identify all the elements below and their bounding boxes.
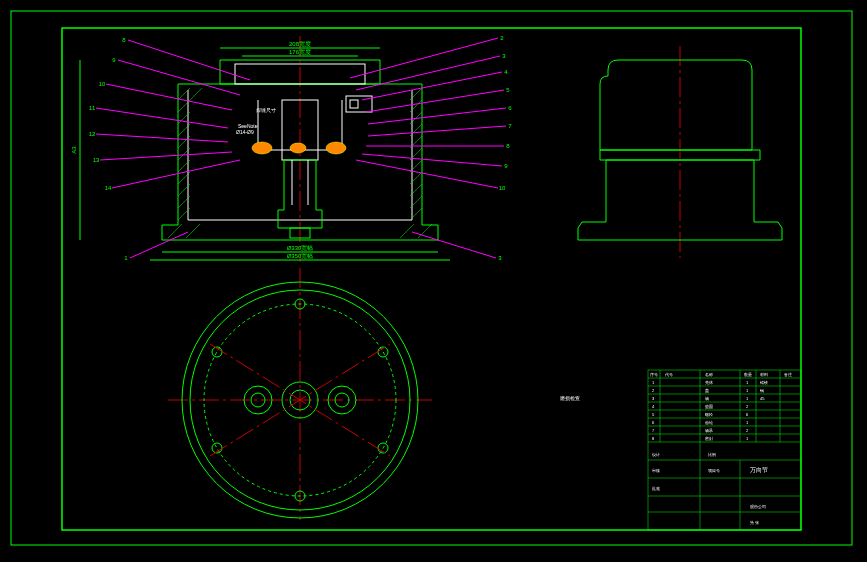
svg-text:13: 13 — [93, 157, 100, 163]
dimension-top: 208宽度 176宽度 — [220, 40, 380, 56]
svg-text:A3: A3 — [71, 146, 77, 154]
svg-text:2: 2 — [500, 35, 504, 41]
svg-text:3: 3 — [498, 255, 502, 261]
svg-text:万向节: 万向节 — [750, 467, 768, 473]
svg-line-46 — [350, 38, 498, 78]
svg-text:1: 1 — [746, 380, 749, 385]
svg-text:股份公司: 股份公司 — [750, 504, 766, 509]
svg-text:名称: 名称 — [705, 372, 713, 377]
svg-text:比例: 比例 — [708, 452, 716, 457]
note-text: Ø14-Ø9 — [236, 129, 254, 135]
viewport-border — [11, 11, 852, 545]
svg-line-54 — [368, 108, 506, 124]
leaders-left: 8 9 10 11 12 13 14 1 — [89, 37, 250, 261]
svg-text:备注: 备注 — [784, 372, 792, 377]
svg-text:铸铁: 铸铁 — [759, 380, 768, 385]
center-note: 磨损检查 — [560, 395, 580, 401]
svg-text:设计: 设计 — [652, 452, 660, 457]
svg-line-42 — [112, 160, 240, 188]
leaders-right: 2 3 4 5 6 7 8 9 10 3 — [350, 35, 512, 261]
svg-text:1: 1 — [124, 255, 128, 261]
svg-line-24 — [400, 224, 414, 238]
svg-line-56 — [368, 126, 506, 136]
svg-text:9: 9 — [504, 163, 508, 169]
svg-text:齿轮: 齿轮 — [705, 420, 713, 425]
svg-text:数量: 数量 — [744, 372, 752, 377]
svg-text:10: 10 — [499, 185, 506, 191]
svg-line-64 — [412, 232, 496, 258]
svg-text:8: 8 — [122, 37, 126, 43]
parts-rows: 序号代号名称数量材料备注 1壳体1铸铁 2盖1钢 3轴145 4垫圈2 5螺栓6… — [650, 372, 792, 441]
svg-text:盖: 盖 — [705, 388, 709, 393]
svg-text:1: 1 — [746, 420, 749, 425]
drawing-frame — [62, 28, 801, 530]
svg-text:7: 7 — [508, 123, 512, 129]
detail-highlight — [290, 143, 306, 153]
svg-text:1: 1 — [652, 380, 655, 385]
svg-text:螺栓: 螺栓 — [705, 412, 713, 417]
svg-text:9: 9 — [112, 57, 116, 63]
svg-text:项目号: 项目号 — [708, 468, 720, 473]
svg-text:2: 2 — [652, 388, 655, 393]
svg-text:轴承: 轴承 — [705, 428, 713, 433]
detail-highlight — [326, 142, 346, 154]
svg-text:第 张: 第 张 — [750, 520, 759, 525]
detail-box-inner — [350, 100, 358, 108]
svg-text:代号: 代号 — [664, 372, 673, 377]
svg-text:材料: 材料 — [759, 372, 768, 377]
section-view: 208宽度 176宽度 Ø330宽幅 Ø350宽幅 焊缝尺寸 SeeNote Ø… — [89, 35, 513, 262]
dim-text: Ø350宽幅 — [287, 252, 314, 259]
cad-viewport[interactable]: 208宽度 176宽度 Ø330宽幅 Ø350宽幅 焊缝尺寸 SeeNote Ø… — [0, 0, 867, 562]
dimension-bottom: Ø330宽幅 Ø350宽幅 — [150, 244, 450, 260]
svg-text:6: 6 — [746, 412, 749, 417]
svg-text:序号: 序号 — [650, 372, 658, 377]
dim-text: 176宽度 — [289, 48, 311, 55]
svg-text:6: 6 — [508, 105, 512, 111]
svg-text:1: 1 — [746, 388, 749, 393]
dimension-height: A3 — [71, 60, 80, 240]
dim-text: 208宽度 — [289, 40, 311, 47]
titleblock-footer: 设计 审核 批准 比例 项目号 万向节 股份公司 第 张 — [652, 452, 768, 525]
svg-text:10: 10 — [99, 81, 106, 87]
parts-list — [648, 370, 801, 530]
svg-line-44 — [130, 232, 188, 258]
svg-line-36 — [96, 108, 228, 128]
svg-text:5: 5 — [652, 412, 655, 417]
svg-text:壳体: 壳体 — [705, 380, 713, 385]
detail-highlight — [252, 142, 272, 154]
svg-text:1: 1 — [746, 396, 749, 401]
svg-text:2: 2 — [746, 428, 749, 433]
note-text: 焊缝尺寸 — [256, 107, 276, 113]
side-view — [578, 46, 782, 258]
svg-text:钢: 钢 — [759, 388, 764, 393]
svg-line-48 — [356, 56, 500, 90]
svg-text:4: 4 — [504, 69, 508, 75]
svg-line-23 — [186, 224, 200, 238]
svg-line-60 — [362, 154, 502, 166]
svg-text:2: 2 — [746, 404, 749, 409]
svg-line-52 — [366, 90, 504, 112]
title-block: 序号代号名称数量材料备注 1壳体1铸铁 2盖1钢 3轴145 4垫圈2 5螺栓6… — [648, 370, 801, 530]
svg-line-40 — [100, 152, 232, 160]
svg-text:45: 45 — [760, 396, 765, 401]
cad-drawing: 208宽度 176宽度 Ø330宽幅 Ø350宽幅 焊缝尺寸 SeeNote Ø… — [0, 0, 867, 562]
svg-text:7: 7 — [652, 428, 655, 433]
svg-line-34 — [106, 84, 232, 110]
svg-text:6: 6 — [652, 420, 655, 425]
svg-text:14: 14 — [105, 185, 112, 191]
dim-text: Ø330宽幅 — [287, 244, 314, 251]
svg-text:1: 1 — [746, 436, 749, 441]
svg-text:批准: 批准 — [652, 486, 660, 491]
svg-text:轴: 轴 — [705, 396, 709, 401]
svg-text:12: 12 — [89, 131, 96, 137]
svg-line-38 — [96, 134, 228, 142]
svg-text:审核: 审核 — [652, 468, 660, 473]
svg-text:垫圈: 垫圈 — [705, 404, 713, 409]
svg-text:8: 8 — [506, 143, 510, 149]
plan-view — [168, 268, 432, 520]
svg-text:8: 8 — [652, 436, 655, 441]
svg-text:5: 5 — [506, 87, 510, 93]
cap-profile — [600, 60, 752, 150]
svg-text:4: 4 — [652, 404, 655, 409]
svg-text:密封: 密封 — [705, 436, 713, 441]
